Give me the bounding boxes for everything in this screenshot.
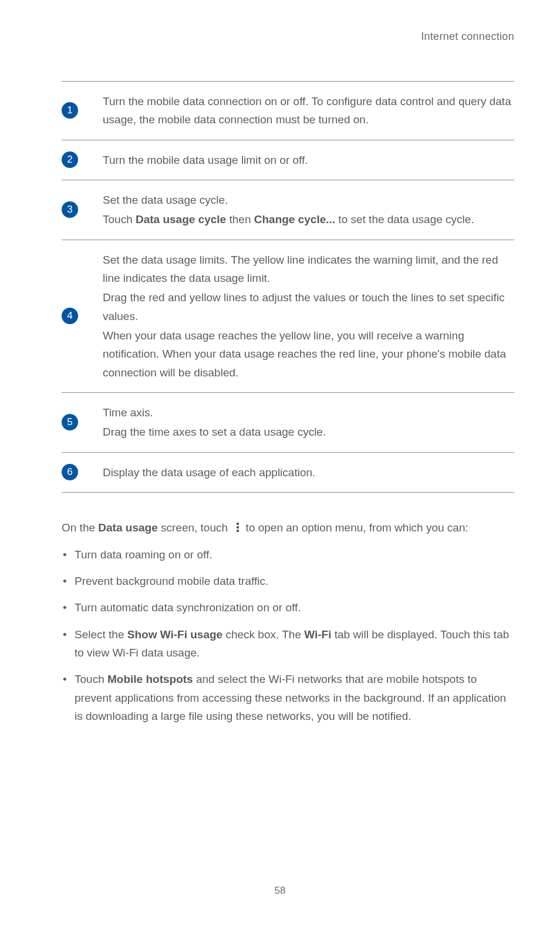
- step-badge-6: 6: [62, 464, 78, 480]
- row-text: Turn the mobile data connection on or of…: [103, 92, 514, 129]
- row-text: When your data usage reaches the yellow …: [103, 326, 514, 382]
- table-row: 4 Set the data usage limits. The yellow …: [62, 240, 514, 393]
- step-badge-4: 4: [62, 308, 78, 324]
- badge-column: 4: [62, 308, 103, 324]
- below-table-section: On the Data usage screen, touch to open …: [62, 518, 514, 725]
- description-column: Turn the mobile data usage limit on or o…: [103, 151, 514, 169]
- description-column: Set the data usage cycle. Touch Data usa…: [103, 191, 514, 229]
- badge-column: 3: [62, 201, 103, 218]
- row-text: Set the data usage limits. The yellow li…: [103, 251, 514, 288]
- badge-column: 1: [62, 102, 103, 119]
- intro-paragraph: On the Data usage screen, touch to open …: [62, 518, 514, 537]
- table-row: 3 Set the data usage cycle. Touch Data u…: [62, 180, 514, 240]
- list-item: Select the Show Wi-Fi usage check box. T…: [62, 625, 514, 662]
- table-row: 1 Turn the mobile data connection on or …: [62, 81, 514, 140]
- description-column: Set the data usage limits. The yellow li…: [103, 251, 514, 382]
- row-text: Drag the red and yellow lines to adjust …: [103, 288, 514, 325]
- description-column: Turn the mobile data connection on or of…: [103, 92, 514, 129]
- badge-column: 5: [62, 414, 103, 430]
- section-header: Internet connection: [421, 28, 514, 46]
- badge-column: 6: [62, 464, 103, 480]
- overflow-menu-icon: [237, 521, 239, 533]
- step-badge-5: 5: [62, 414, 78, 430]
- list-item: Touch Mobile hotspots and select the Wi-…: [62, 670, 514, 725]
- step-badge-3: 3: [62, 201, 78, 218]
- table-row: 2 Turn the mobile data usage limit on or…: [62, 140, 514, 180]
- description-column: Display the data usage of each applicati…: [103, 463, 514, 481]
- row-text: Touch Data usage cycle then Change cycle…: [103, 210, 514, 228]
- table-row: 5 Time axis. Drag the time axes to set a…: [62, 393, 514, 453]
- row-text: Turn the mobile data usage limit on or o…: [103, 151, 514, 169]
- step-badge-1: 1: [62, 102, 78, 119]
- row-text: Set the data usage cycle.: [103, 191, 514, 209]
- list-item: Turn data roaming on or off.: [62, 546, 514, 564]
- badge-column: 2: [62, 151, 103, 168]
- list-item: Turn automatic data synchronization on o…: [62, 598, 514, 617]
- step-badge-2: 2: [62, 151, 78, 168]
- description-column: Time axis. Drag the time axes to set a d…: [103, 403, 514, 442]
- page-content: 1 Turn the mobile data connection on or …: [62, 81, 514, 733]
- row-text: Drag the time axes to set a data usage c…: [103, 423, 514, 441]
- table-row: 6 Display the data usage of each applica…: [62, 453, 514, 493]
- row-text: Time axis.: [103, 403, 514, 422]
- bullet-list: Turn data roaming on or off. Prevent bac…: [62, 546, 514, 726]
- page-number: 58: [0, 883, 560, 899]
- list-item: Prevent background mobile data traffic.: [62, 572, 514, 590]
- row-text: Display the data usage of each applicati…: [103, 463, 514, 481]
